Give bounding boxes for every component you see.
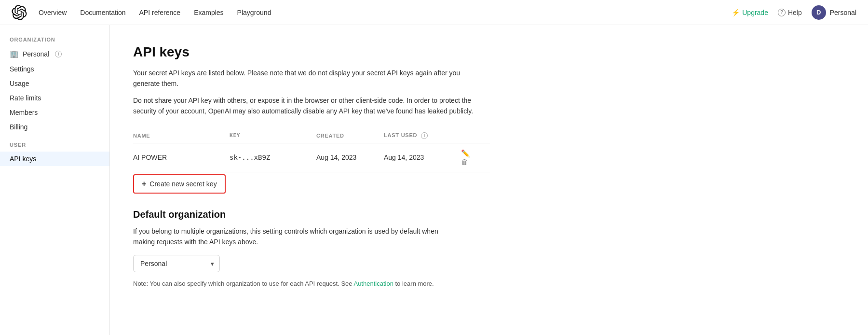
page-layout: ORGANIZATION 🏢 Personal i Settings Usage… — [0, 25, 868, 335]
page-title: API keys — [133, 44, 845, 60]
col-header-key: KEY — [230, 128, 316, 143]
help-circle-icon: ? — [778, 9, 786, 16]
sidebar-item-settings[interactable]: Settings — [0, 62, 109, 76]
org-section: ORGANIZATION 🏢 Personal i Settings Usage… — [0, 37, 109, 134]
sidebar-item-members[interactable]: Members — [0, 105, 109, 120]
sidebar-item-rate-limits[interactable]: Rate limits — [0, 91, 109, 105]
col-header-created: CREATED — [316, 128, 384, 143]
note-suffix-text: to learn more. — [395, 280, 434, 287]
note-text: Note: You can also specify which organiz… — [133, 279, 461, 289]
key-value: sk-...xB9Z — [230, 143, 316, 172]
usage-label: Usage — [10, 80, 29, 87]
description-2: Do not share your API key with others, o… — [133, 95, 480, 117]
org-name: Personal — [23, 50, 49, 58]
sidebar: ORGANIZATION 🏢 Personal i Settings Usage… — [0, 25, 110, 335]
nav-api-reference[interactable]: API reference — [139, 7, 181, 18]
col-header-name: NAME — [133, 128, 230, 143]
key-created: Aug 14, 2023 — [316, 143, 384, 172]
last-used-info-icon: i — [421, 132, 428, 139]
edit-icon[interactable]: ✏️ — [461, 149, 470, 157]
default-org-title: Default organization — [133, 209, 845, 220]
col-header-last-used: LAST USED i — [384, 128, 461, 143]
key-last-used: Aug 14, 2023 — [384, 143, 461, 172]
logo[interactable] — [12, 5, 27, 20]
nav-playground[interactable]: Playground — [237, 7, 271, 18]
note-prefix: Note: You can also specify which organiz… — [133, 280, 353, 287]
org-select-wrapper: Personal ▾ — [133, 255, 220, 272]
upgrade-button[interactable]: ⚡ Upgrade — [732, 9, 768, 16]
create-new-secret-key-button[interactable]: + Create new secret key — [133, 174, 226, 194]
help-button[interactable]: ? Help — [778, 9, 802, 16]
sidebar-item-api-keys[interactable]: API keys — [0, 152, 109, 166]
user-label: Personal — [830, 9, 856, 16]
bolt-icon: ⚡ — [732, 9, 740, 16]
settings-label: Settings — [10, 65, 34, 73]
api-keys-label: API keys — [10, 155, 36, 163]
building-icon: 🏢 — [10, 50, 19, 58]
table-header-row: NAME KEY CREATED LAST USED i — [133, 128, 490, 143]
plus-icon: + — [142, 180, 146, 188]
billing-label: Billing — [10, 123, 27, 131]
user-section-label: USER — [0, 142, 109, 152]
delete-icon[interactable]: 🗑 — [461, 158, 468, 166]
api-keys-table: NAME KEY CREATED LAST USED i — [133, 128, 490, 172]
key-name: AI POWER — [133, 143, 230, 172]
main-content: API keys Your secret API keys are listed… — [110, 25, 868, 335]
sidebar-item-billing[interactable]: Billing — [0, 120, 109, 134]
upgrade-label: Upgrade — [742, 9, 768, 16]
col-header-actions — [461, 128, 490, 143]
members-label: Members — [10, 109, 38, 116]
info-icon: i — [55, 51, 62, 57]
nav-right: ⚡ Upgrade ? Help D Personal — [732, 5, 856, 20]
key-actions: ✏️ 🗑 — [461, 143, 490, 172]
rate-limits-label: Rate limits — [10, 94, 41, 102]
avatar[interactable]: D — [812, 5, 826, 20]
default-org-desc: If you belong to multiple organizations,… — [133, 226, 461, 248]
nav-examples[interactable]: Examples — [194, 7, 223, 18]
org-section-label: ORGANIZATION — [0, 37, 109, 46]
org-select[interactable]: Personal — [133, 255, 220, 272]
table-row: AI POWER sk-...xB9Z Aug 14, 2023 Aug 14,… — [133, 143, 490, 172]
top-navigation: Overview Documentation API reference Exa… — [0, 0, 868, 25]
user-section: USER API keys — [0, 142, 109, 166]
nav-overview[interactable]: Overview — [39, 7, 67, 18]
description-1: Your secret API keys are listed below. P… — [133, 68, 480, 89]
sidebar-item-personal[interactable]: 🏢 Personal i — [0, 46, 109, 62]
authentication-link[interactable]: Authentication — [353, 280, 393, 287]
nav-documentation[interactable]: Documentation — [80, 7, 125, 18]
user-menu[interactable]: D Personal — [812, 5, 856, 20]
sidebar-item-usage[interactable]: Usage — [0, 76, 109, 91]
nav-links: Overview Documentation API reference Exa… — [39, 7, 732, 18]
help-label: Help — [788, 9, 802, 16]
create-key-label: Create new secret key — [149, 180, 217, 188]
